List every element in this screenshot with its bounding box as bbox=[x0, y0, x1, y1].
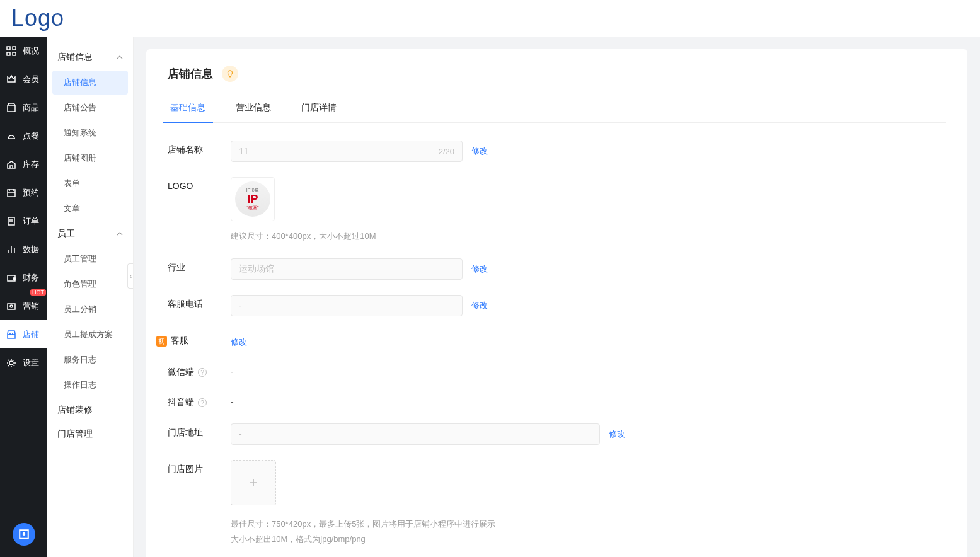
chart-icon bbox=[6, 244, 16, 255]
row-address: 门店地址 - 修改 bbox=[168, 423, 946, 445]
logo-hint: 建议尺寸：400*400px，大小不超过10M bbox=[231, 229, 376, 243]
content-card: 店铺信息 基础信息 营业信息 门店详情 店铺名称 11 2/20 修改 bbox=[146, 49, 967, 557]
modify-service-link[interactable]: 修改 bbox=[231, 331, 247, 348]
row-industry: 行业 运动场馆 修改 bbox=[168, 258, 946, 280]
subnav-group-store-mgmt[interactable]: 门店管理 bbox=[47, 422, 133, 446]
box-icon bbox=[6, 103, 16, 113]
label-service: 初 客服 bbox=[168, 331, 231, 347]
help-icon[interactable]: ? bbox=[198, 368, 207, 377]
nav-shop[interactable]: 店铺 bbox=[0, 320, 47, 348]
modify-shop-name-link[interactable]: 修改 bbox=[471, 141, 488, 157]
shop-name-counter: 2/20 bbox=[439, 147, 454, 156]
subnav-item-gallery[interactable]: 店铺图册 bbox=[52, 146, 128, 170]
subnav-group-title: 店铺装修 bbox=[57, 405, 93, 416]
svg-rect-4 bbox=[8, 105, 15, 112]
store-images-cell: + 最佳尺寸：750*420px，最多上传5张，图片将用于店铺小程序中进行展示 … bbox=[231, 460, 495, 546]
nav-members[interactable]: 会员 bbox=[0, 65, 47, 93]
nav-label: 设置 bbox=[23, 357, 39, 369]
chevron-up-icon bbox=[117, 54, 123, 60]
svg-point-10 bbox=[9, 361, 13, 365]
lightbulb-icon[interactable] bbox=[222, 66, 238, 82]
subnav-item-staff-mgmt[interactable]: 员工管理 bbox=[52, 247, 128, 271]
nav-label: 库存 bbox=[23, 159, 39, 170]
nav-label: 商品 bbox=[23, 102, 39, 113]
main-content: 店铺信息 基础信息 营业信息 门店详情 店铺名称 11 2/20 修改 bbox=[134, 37, 980, 557]
nav-data[interactable]: 数据 bbox=[0, 235, 47, 263]
modify-address-link[interactable]: 修改 bbox=[609, 423, 625, 440]
nav-label: 订单 bbox=[23, 215, 39, 227]
subnav-group-staff[interactable]: 员工 bbox=[47, 222, 133, 246]
nav-finance[interactable]: 财务 bbox=[0, 263, 47, 292]
nav-label: 会员 bbox=[23, 74, 39, 85]
page-title-row: 店铺信息 bbox=[168, 66, 946, 82]
logo-thumbnail[interactable]: IP形象 IP "破圈" bbox=[231, 177, 275, 221]
tab-store-detail[interactable]: 门店详情 bbox=[299, 96, 339, 122]
tab-business-info[interactable]: 营业信息 bbox=[233, 96, 274, 122]
subnav-item-service-log[interactable]: 服务日志 bbox=[52, 348, 128, 372]
subnav-item-shop-info[interactable]: 店铺信息 bbox=[52, 71, 128, 95]
subnav-item-article[interactable]: 文章 bbox=[52, 197, 128, 221]
store-images-hint2: 大小不超出10M，格式为jpg/bmp/png bbox=[231, 532, 495, 546]
label-address: 门店地址 bbox=[168, 423, 231, 439]
row-wechat: 微信端 ? - bbox=[168, 363, 946, 378]
nav-settings[interactable]: 设置 bbox=[0, 348, 47, 377]
help-icon[interactable]: ? bbox=[198, 398, 207, 407]
nav-orders[interactable]: 订单 bbox=[0, 207, 47, 235]
subnav-group-shop-info[interactable]: 店铺信息 bbox=[47, 45, 133, 69]
wallet-icon bbox=[6, 273, 16, 283]
nav-overview[interactable]: 概况 bbox=[0, 37, 47, 65]
svg-rect-3 bbox=[13, 52, 16, 55]
service-badge: 初 bbox=[156, 336, 167, 347]
nav-goods[interactable]: 商品 bbox=[0, 93, 47, 122]
row-service: 初 客服 修改 bbox=[168, 331, 946, 348]
tabs: 基础信息 营业信息 门店详情 bbox=[168, 96, 946, 123]
subnav-item-staff-distribution[interactable]: 员工分销 bbox=[52, 297, 128, 321]
nav-label: 概况 bbox=[23, 45, 39, 57]
sidebar-collapse-handle[interactable]: ‹ bbox=[127, 263, 134, 289]
tab-basic-info[interactable]: 基础信息 bbox=[168, 96, 208, 122]
warehouse-icon bbox=[6, 159, 16, 169]
svg-rect-6 bbox=[8, 217, 14, 225]
nav-marketing[interactable]: 营销 HOT bbox=[0, 292, 47, 320]
nav-label: 数据 bbox=[23, 244, 39, 255]
subnav-item-form[interactable]: 表单 bbox=[52, 171, 128, 195]
label-industry: 行业 bbox=[168, 258, 231, 273]
modify-service-phone-link[interactable]: 修改 bbox=[471, 295, 488, 311]
upload-image-button[interactable]: + bbox=[231, 460, 276, 505]
industry-value: 运动场馆 bbox=[239, 263, 274, 275]
nav-ordering[interactable]: 点餐 bbox=[0, 122, 47, 150]
shop-icon bbox=[6, 330, 16, 340]
row-store-images: 门店图片 + 最佳尺寸：750*420px，最多上传5张，图片将用于店铺小程序中… bbox=[168, 460, 946, 546]
label-wechat-text: 微信端 bbox=[168, 367, 194, 378]
nav-inventory[interactable]: 库存 bbox=[0, 150, 47, 178]
row-logo: LOGO IP形象 IP "破圈" 建议尺寸：400*400px，大小不超过10… bbox=[168, 177, 946, 243]
nav-label: 店铺 bbox=[23, 329, 39, 340]
chevron-up-icon bbox=[117, 231, 123, 237]
logo-cell: IP形象 IP "破圈" 建议尺寸：400*400px，大小不超过10M bbox=[231, 177, 376, 243]
nav-label: 预约 bbox=[23, 187, 39, 198]
bottom-action-button[interactable] bbox=[13, 523, 35, 546]
row-service-phone: 客服电话 - 修改 bbox=[168, 295, 946, 316]
subnav-item-shop-notice[interactable]: 店铺公告 bbox=[52, 96, 128, 120]
secondary-nav: 店铺信息 店铺信息 店铺公告 通知系统 店铺图册 表单 文章 员工 员工管理 角… bbox=[47, 37, 134, 557]
label-douyin: 抖音端 ? bbox=[168, 393, 231, 408]
nav-booking[interactable]: 预约 bbox=[0, 178, 47, 207]
svg-rect-2 bbox=[7, 52, 10, 55]
label-store-images: 门店图片 bbox=[168, 460, 231, 475]
label-logo: LOGO bbox=[168, 177, 231, 191]
subnav-item-operation-log[interactable]: 操作日志 bbox=[52, 373, 128, 397]
subnav-item-staff-commission[interactable]: 员工提成方案 bbox=[52, 323, 128, 347]
label-service-phone: 客服电话 bbox=[168, 295, 231, 310]
subnav-item-role-mgmt[interactable]: 角色管理 bbox=[52, 272, 128, 296]
address-input: - bbox=[231, 423, 600, 445]
svg-rect-1 bbox=[13, 47, 16, 50]
hot-badge: HOT bbox=[30, 289, 46, 296]
dish-icon bbox=[6, 131, 16, 141]
app-logo: Logo bbox=[11, 5, 64, 32]
svg-rect-5 bbox=[8, 190, 15, 197]
subnav-group-decoration[interactable]: 店铺装修 bbox=[47, 398, 133, 422]
subnav-item-notification[interactable]: 通知系统 bbox=[52, 121, 128, 145]
subnav-group-title: 门店管理 bbox=[57, 428, 93, 440]
grid-icon bbox=[6, 46, 16, 56]
modify-industry-link[interactable]: 修改 bbox=[471, 258, 488, 275]
